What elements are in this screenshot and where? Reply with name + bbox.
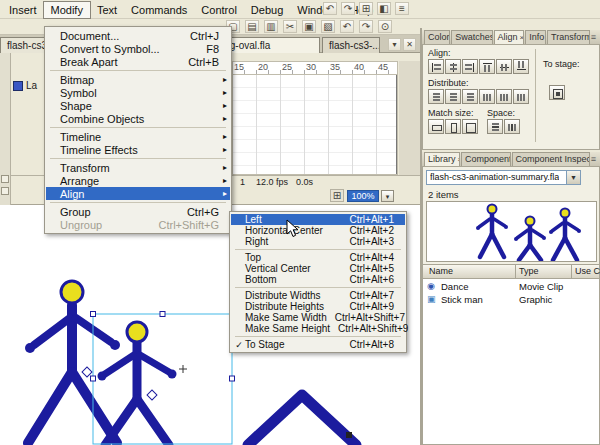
modify-menu-item-timeline[interactable]: Timeline▸ [46, 130, 230, 143]
grid-icon[interactable]: ⊞ [359, 2, 373, 15]
close-panel-icon[interactable]: × [458, 154, 460, 165]
modify-menu-item-symbol[interactable]: Symbol▸ [46, 86, 230, 99]
distribute-left-edge-button[interactable] [479, 89, 495, 104]
zoom-dropdown-icon[interactable]: ▾ [381, 190, 394, 202]
dock-button-1[interactable] [1, 175, 9, 183]
stick-figure-legs[interactable] [248, 395, 356, 445]
align-submenu-item-make-same-height[interactable]: Make Same HeightCtrl+Alt+Shift+9 [231, 323, 405, 334]
document-tab-2[interactable]: flash-cs3-... [322, 37, 380, 53]
menubar-item-modify[interactable]: Modify [44, 2, 90, 18]
distribute-top-edge-button[interactable] [428, 89, 444, 104]
modify-menu-item-break-apart[interactable]: Break ApartCtrl+B [46, 55, 230, 68]
align-submenu-item-make-same-width[interactable]: Make Same WidthCtrl+Alt+Shift+7 [231, 312, 405, 323]
align-submenu-item-vertical-center[interactable]: Vertical CenterCtrl+Alt+5 [231, 263, 405, 274]
chevron-down-icon[interactable]: ▼ [566, 171, 580, 184]
paste-icon[interactable]: ▧ [321, 20, 335, 33]
distribute-vertical-center-button[interactable] [445, 89, 461, 104]
close-tab-icon[interactable]: ✕ [403, 38, 416, 51]
space-evenly-horizontally-button[interactable] [504, 119, 520, 134]
modify-menu-item-bitmap[interactable]: Bitmap▸ [46, 73, 230, 86]
modify-menu-item-group[interactable]: GroupCtrl+G [46, 205, 230, 218]
modify-menu-item-convert-to-symbol[interactable]: Convert to Symbol...F8 [46, 42, 230, 55]
match-height-button[interactable] [445, 119, 461, 134]
align-horizontal-center-button[interactable] [445, 59, 461, 74]
guides-icon[interactable]: ◧ [377, 2, 391, 15]
stick-figure-large[interactable] [25, 281, 120, 443]
menubar-item-text[interactable]: Text [90, 2, 124, 18]
shortcut-text: Ctrl+Alt+Shift+7 [335, 312, 405, 323]
library-item-stick-man[interactable]: ▣Stick manGraphic [423, 294, 599, 307]
modify-menu-item-document[interactable]: Document...Ctrl+J [46, 29, 230, 42]
to-stage-toggle-button[interactable] [549, 85, 565, 100]
frames-ruler[interactable]: 15202530354045 [232, 61, 398, 75]
column-header-type[interactable]: Type [519, 266, 539, 276]
redo-icon[interactable]: ↷ [341, 2, 355, 15]
align-left-edge-button[interactable] [428, 59, 444, 74]
panel-tab-info[interactable]: Info [525, 30, 546, 44]
align-submenu-item-bottom[interactable]: BottomCtrl+Alt+6 [231, 274, 405, 285]
match-width-and-height-button[interactable] [462, 119, 478, 134]
save-icon[interactable]: ▥ [264, 20, 278, 33]
panel-tab-color[interactable]: Color [424, 30, 450, 44]
panel-tab-component-inspector[interactable]: Component Inspector [512, 152, 590, 166]
undo-icon[interactable]: ↶ [340, 20, 354, 33]
tab-list-icon[interactable]: ▾ [388, 38, 401, 51]
panel-tab-library[interactable]: Library× [424, 152, 460, 166]
undo-icon[interactable]: ↶ [323, 2, 337, 15]
close-panel-icon[interactable]: × [520, 32, 525, 43]
distribute-horizontal-center-button[interactable] [496, 89, 512, 104]
align-vertical-center-button[interactable] [496, 59, 512, 74]
open-icon[interactable]: ▤ [245, 20, 259, 33]
distribute-right-edge-button[interactable] [513, 89, 529, 104]
panel-options-icon[interactable]: ≡ [395, 2, 409, 15]
align-right-edge-button[interactable] [462, 59, 478, 74]
menu-item-label: Top [245, 252, 342, 263]
panel-tab-components[interactable]: Components [461, 152, 511, 166]
dock-button-2[interactable] [1, 187, 9, 195]
align-submenu-item-distribute-heights[interactable]: Distribute HeightsCtrl+Alt+9 [231, 301, 405, 312]
zoom-level-input[interactable]: 100% [347, 190, 379, 202]
column-separator[interactable] [515, 265, 516, 278]
copy-icon[interactable]: ▣ [302, 20, 316, 33]
panel-tab-swatches[interactable]: Swatches [451, 30, 492, 44]
modify-menu-item-ungroup: UngroupCtrl+Shift+G [46, 218, 230, 231]
align-top-edge-button[interactable] [479, 59, 495, 74]
menubar-item-debug[interactable]: Debug [244, 2, 290, 18]
menubar-item-control[interactable]: Control [194, 2, 243, 18]
edit-symbols-icon[interactable]: ⊞ [330, 189, 344, 202]
menubar-item-commands[interactable]: Commands [124, 2, 194, 18]
align-submenu-item-right[interactable]: RightCtrl+Alt+3 [231, 236, 405, 247]
match-width-button[interactable] [428, 119, 444, 134]
frame-rate[interactable]: 12.0 fps [256, 177, 288, 187]
snap-icon[interactable]: ⊙ [378, 20, 392, 33]
panel-menu-icon[interactable]: ≡ [591, 32, 598, 44]
library-document-select[interactable]: flash-cs3-animation-summary.fla ▼ [426, 170, 581, 185]
menubar-item-insert[interactable]: Insert [2, 2, 44, 18]
modify-menu-item-transform[interactable]: Transform▸ [46, 161, 230, 174]
frames-grid[interactable] [232, 75, 398, 175]
panel-menu-icon[interactable]: ≡ [591, 154, 598, 166]
align-bottom-edge-button[interactable] [513, 59, 529, 74]
redo-icon[interactable]: ↷ [359, 20, 373, 33]
panel-tab-align[interactable]: Align× [494, 30, 525, 44]
align-submenu-item-distribute-widths[interactable]: Distribute WidthsCtrl+Alt+7 [231, 290, 405, 301]
library-item-dance[interactable]: ◉DanceMovie Clip [423, 281, 599, 294]
document-tab-hidden[interactable]: flash-cs3- [0, 37, 45, 53]
align-submenu-item-horizontal-center[interactable]: Horizontal CenterCtrl+Alt+2 [231, 225, 405, 236]
modify-menu-item-combine-objects[interactable]: Combine Objects▸ [46, 112, 230, 125]
distribute-bottom-edge-button[interactable] [462, 89, 478, 104]
column-header-name[interactable]: Name [429, 266, 453, 276]
space-evenly-vertically-button[interactable] [487, 119, 503, 134]
cut-icon[interactable]: ✂ [283, 20, 297, 33]
modify-menu-item-arrange[interactable]: Arrange▸ [46, 174, 230, 187]
modify-menu-item-align[interactable]: Align▸ [46, 187, 230, 200]
column-separator[interactable] [571, 265, 572, 278]
align-submenu-item-top[interactable]: TopCtrl+Alt+4 [231, 252, 405, 263]
column-header-use-cou[interactable]: Use Cou [575, 266, 600, 276]
layer-row[interactable]: La [13, 80, 37, 91]
align-submenu-item-left[interactable]: LeftCtrl+Alt+1 [231, 214, 405, 225]
modify-menu-item-shape[interactable]: Shape▸ [46, 99, 230, 112]
modify-menu-item-timeline-effects[interactable]: Timeline Effects▸ [46, 143, 230, 156]
align-submenu-item-to-stage[interactable]: ✓To StageCtrl+Alt+8 [231, 339, 405, 350]
panel-tab-transform[interactable]: Transform [547, 30, 590, 44]
